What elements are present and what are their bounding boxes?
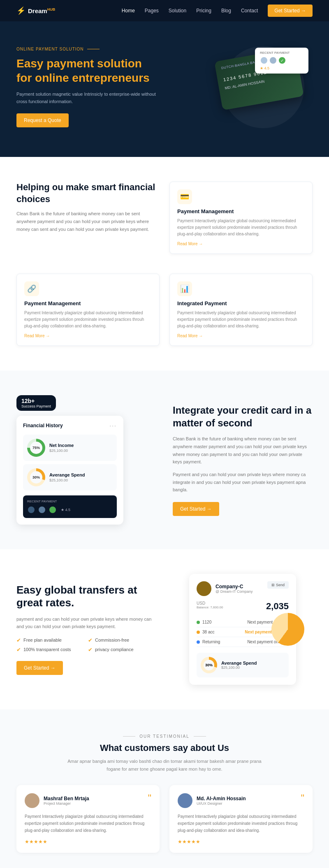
transfers-cta-button[interactable]: Get Started →	[16, 661, 63, 675]
tcard-stars-1: ★★★★★	[25, 839, 151, 845]
bottom-feature-cards: 🔗 Payment Management Payment Interactive…	[16, 274, 313, 346]
company-info: Company-C @ Dream-IT Company	[215, 584, 253, 594]
transfer-feature-2: ✔ Commission-free	[88, 637, 156, 643]
company-amount: 2,035	[266, 601, 289, 612]
feature-title-3: Integrated Payment	[177, 300, 305, 306]
integrate-desc1: Clean Bank is the future of banking wher…	[173, 435, 313, 466]
check-icon: ✓	[278, 56, 286, 64]
feature-card-3: 📊 Integrated Payment Payment Interactive…	[169, 274, 313, 346]
nav-link-home[interactable]: Home	[122, 8, 135, 14]
nav-link-pages[interactable]: Pages	[145, 8, 159, 14]
read-more-3[interactable]: Read More →	[177, 334, 305, 338]
widget-rating: ★ 4.5	[61, 508, 70, 512]
avg-spend-info: Averange Spend $25,100.00	[49, 472, 85, 482]
avatar-1	[260, 56, 268, 64]
avg-info: Averange Spend $25,100.00	[221, 661, 257, 670]
feature-icon-2: 🔗	[24, 281, 39, 296]
integrate-desc2: Payment and you can hold your own privat…	[173, 471, 313, 494]
tcard-text-2: Payment Interactively plagiarize global …	[178, 813, 304, 834]
nav-link-blog[interactable]: Blog	[221, 8, 231, 14]
financial-widget: Financial History ··· 75% Net Income $25…	[16, 416, 123, 525]
transfer-feature-3: ✔ 100% transparent costs	[16, 647, 85, 653]
send-button[interactable]: ⊞ Send	[267, 581, 289, 589]
nav-links: Home Pages Solution Pricing Blog Contact…	[122, 5, 313, 17]
nav-link-solution[interactable]: Solution	[169, 8, 186, 14]
quote-icon-1: "	[148, 793, 151, 803]
helping-left: Helping ou make smart financial choices …	[16, 182, 160, 239]
tcard-header-2: Md. Al-Amin Hossain UI/UX Designer "	[178, 793, 304, 808]
widget-header: Financial History ···	[23, 422, 117, 429]
hero-section: ONLINE PAYMENT SOLUTION Easy payment sol…	[0, 21, 329, 157]
net-income-donut: 75%	[27, 439, 45, 457]
recent-payment-rating: ★ 4.5	[260, 66, 304, 70]
recent-avatar-2	[38, 506, 46, 514]
recent-payment-widget-label: RECENT PAYMENT	[27, 500, 113, 503]
avg-spend-donut: 30%	[27, 468, 45, 486]
navbar: ⚡ DreamHUB Home Pages Solution Pricing B…	[0, 0, 329, 21]
feature-desc-2: Payment Interactively plagiarize global …	[24, 310, 152, 329]
recent-payment-avatars: ✓	[260, 56, 304, 64]
check-icon-3: ✔	[16, 647, 21, 653]
tcard-user-info-1: Mashraf Ben Mrtaja Project Manager	[44, 796, 89, 806]
feature-desc-3: Payment Interactively plagiarize global …	[177, 310, 305, 329]
helping-desc: Clean Bank is the future of banking wher…	[16, 210, 160, 233]
transfers-visual: Company-C @ Dream-IT Company ⊞ Send USD …	[173, 574, 313, 685]
feature-icon-1: 💳	[177, 189, 192, 204]
tcard-stars-2: ★★★★★	[178, 839, 304, 845]
widget-title: Financial History	[23, 423, 63, 428]
recent-avatar-check	[49, 506, 57, 514]
hero-title: Easy payment solution for online entrepr…	[16, 56, 156, 85]
feature-desc-1: Payment Interactively plagiarize global …	[177, 218, 305, 237]
tcard-user-2: Md. Al-Amin Hossain UI/UX Designer	[178, 793, 246, 808]
pie-chart	[271, 613, 304, 646]
transfers-desc: payment and you can hold your own privat…	[16, 615, 156, 631]
testimonial-tag: OUR TESTIMONIAL	[16, 734, 313, 739]
transfers-section: Easy global transfers at great rates. pa…	[0, 549, 329, 709]
helping-section: Helping ou make smart financial choices …	[0, 157, 329, 371]
transfer-feature-4: ✔ privacy compliance	[88, 647, 156, 653]
tcard-header-1: Mashraf Ben Mrtaja Project Manager "	[25, 793, 151, 808]
transfers-title: Easy global transfers at great rates.	[16, 584, 156, 609]
feature-title-2: Payment Management	[24, 300, 152, 306]
integrate-cta-button[interactable]: Get Started →	[173, 502, 219, 516]
company-avg: 30% Averange Spend $25,100.00	[197, 653, 289, 677]
integrate-widget-area: 12b+ Success Payment Financial History ·…	[16, 395, 156, 525]
hero-visual: DUTCH-BANGLA BANK 1234 5678 9012 3456 MD…	[173, 42, 313, 132]
testimonial-card-2: Md. Al-Amin Hossain UI/UX Designer " Pay…	[169, 785, 313, 853]
tcard-avatar-1	[25, 793, 39, 808]
recent-payment-widget: RECENT PAYMENT ★ 4.5	[23, 495, 117, 518]
testimonial-cards: Mashraf Ben Mrtaja Project Manager " Pay…	[16, 785, 313, 853]
success-payment-badge: 12b+ Success Payment	[16, 395, 56, 411]
feature-card-2: 🔗 Payment Management Payment Interactive…	[16, 274, 160, 346]
tcard-user-info-2: Md. Al-Amin Hossain UI/UX Designer	[197, 796, 246, 806]
feature-icon-3: 📊	[177, 281, 192, 296]
avg-spend-row: 30% Averange Spend $25,100.00	[23, 464, 117, 490]
testimonial-desc: Amar apnar bangla ami tomay valo bashti …	[62, 757, 267, 773]
recent-payment-badge: RECENT PAYMENT ✓ ★ 4.5	[255, 48, 308, 74]
hero-description: Payment solution magnetic value Intrinsi…	[16, 91, 156, 105]
read-more-1[interactable]: Read More →	[177, 242, 305, 246]
transfers-features: ✔ Free plan available ✔ Commission-free …	[16, 637, 156, 653]
helping-title: Helping ou make smart financial choices	[16, 182, 160, 205]
company-avatar	[197, 581, 211, 596]
request-quote-button[interactable]: Request a Quote	[16, 113, 69, 127]
feature-card-1: 💳 Payment Management Payment Interactive…	[169, 182, 313, 254]
nav-link-pricing[interactable]: Pricing	[196, 8, 211, 14]
check-icon-2: ✔	[88, 637, 93, 643]
integrate-title: Integrate your credit card in a matter o…	[173, 404, 313, 429]
company-card-header: Company-C @ Dream-IT Company ⊞ Send	[197, 581, 289, 596]
recent-avatar-1	[27, 506, 35, 514]
avg-donut: 30%	[201, 657, 217, 673]
get-started-button[interactable]: Get Started →	[268, 5, 313, 17]
recent-payment-label: RECENT PAYMENT	[260, 51, 304, 55]
logo[interactable]: ⚡ DreamHUB	[16, 6, 55, 15]
helping-grid: Helping ou make smart financial choices …	[16, 182, 313, 346]
recent-payment-widget-row: ★ 4.5	[27, 506, 113, 514]
read-more-2[interactable]: Read More →	[24, 334, 152, 338]
company-balance: USD Balance: 7,600.00 2,035	[197, 601, 289, 612]
hero-tag: ONLINE PAYMENT SOLUTION	[16, 47, 156, 51]
feature-title-1: Payment Management	[177, 208, 305, 214]
nav-link-contact[interactable]: Contact	[241, 8, 258, 14]
testimonial-title: What customers say about Us	[16, 743, 313, 753]
net-income-row: 75% Net Income $25,100.00	[23, 435, 117, 461]
